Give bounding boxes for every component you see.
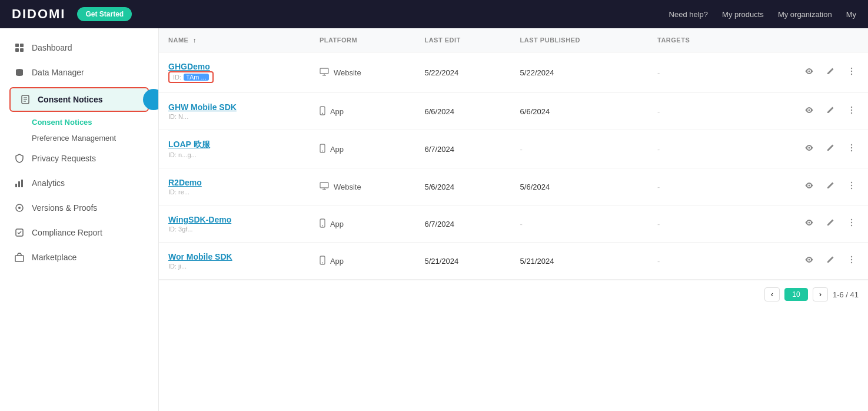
edit-button[interactable] bbox=[823, 178, 837, 195]
svg-point-23 bbox=[851, 71, 852, 72]
platform-label: Website bbox=[334, 183, 361, 191]
svg-rect-9 bbox=[15, 184, 17, 187]
more-options-button[interactable] bbox=[844, 253, 859, 269]
actions-cell bbox=[737, 206, 868, 243]
sidebar-sub-preference-management-label: Preference Management bbox=[32, 134, 116, 142]
col-name[interactable]: NAME ↑ bbox=[159, 28, 310, 52]
last-published-cell: - bbox=[511, 206, 648, 243]
sidebar-item-marketplace[interactable]: Marketplace bbox=[0, 245, 158, 270]
table-row: R2DemoID: re... Website5/6/20245/6/2024- bbox=[159, 168, 868, 206]
more-options-button[interactable] bbox=[844, 216, 859, 232]
notice-id: ID: n...g... bbox=[168, 151, 301, 158]
edit-button[interactable] bbox=[823, 253, 837, 269]
sidebar-sub-preference-management[interactable]: Preference Management bbox=[0, 130, 158, 146]
logo-area: DIDOMI Get Started bbox=[12, 6, 132, 22]
more-options-button[interactable] bbox=[844, 141, 859, 157]
name-cell: WingSDK-DemoID: 3gf... bbox=[159, 206, 310, 243]
platform-label: Website bbox=[334, 68, 361, 77]
sidebar-item-privacy-requests[interactable]: Privacy Requests bbox=[0, 146, 158, 171]
svg-rect-1 bbox=[20, 44, 24, 47]
sidebar-item-versions[interactable]: Versions & Proofs bbox=[0, 195, 158, 220]
svg-rect-18 bbox=[320, 68, 328, 74]
notice-name-link[interactable]: LOAP 欧服 bbox=[168, 140, 301, 150]
view-button[interactable] bbox=[802, 64, 816, 81]
sidebar-dashboard-label: Dashboard bbox=[32, 43, 72, 52]
last-published-cell: 5/22/2024 bbox=[511, 52, 648, 93]
svg-point-36 bbox=[851, 150, 852, 151]
svg-point-30 bbox=[851, 112, 852, 114]
col-last-published-label: LAST PUBLISHED bbox=[520, 37, 580, 44]
view-button[interactable] bbox=[802, 216, 816, 232]
sidebar-analytics-label: Analytics bbox=[32, 178, 65, 188]
sidebar-item-compliance[interactable]: Compliance Report bbox=[0, 220, 158, 245]
svg-point-53 bbox=[851, 256, 852, 257]
col-last-published: LAST PUBLISHED bbox=[511, 28, 648, 52]
svg-point-29 bbox=[851, 110, 852, 111]
sidebar-item-analytics[interactable]: Analytics bbox=[0, 171, 158, 195]
sidebar-item-data-manager[interactable]: Data Manager bbox=[0, 60, 158, 85]
more-options-button[interactable] bbox=[844, 64, 859, 81]
topnav-links: Need help? My products My organization M… bbox=[669, 10, 856, 19]
targets-cell: - bbox=[648, 130, 737, 168]
platform-label: App bbox=[330, 220, 344, 228]
page-info: 1-6 / 41 bbox=[833, 290, 859, 299]
edit-button[interactable] bbox=[823, 141, 837, 157]
my-organization-link[interactable]: My organization bbox=[778, 10, 832, 19]
my-account-link[interactable]: My bbox=[846, 10, 856, 19]
col-platform: PLATFORM bbox=[310, 28, 415, 52]
svg-point-47 bbox=[851, 219, 852, 220]
svg-point-13 bbox=[18, 207, 21, 209]
logo-text: DIDOMI bbox=[12, 6, 65, 22]
platform-cell: Website bbox=[310, 168, 415, 206]
notice-name-link[interactable]: WingSDK-Demo bbox=[168, 215, 301, 224]
name-cell: Wor Mobile SDKID: ji... bbox=[159, 243, 310, 280]
name-cell: LOAP 欧服ID: n...g... bbox=[159, 130, 310, 168]
view-button[interactable] bbox=[802, 141, 816, 157]
view-button[interactable] bbox=[802, 253, 816, 269]
my-products-link[interactable]: My products bbox=[722, 10, 764, 19]
monitor-icon bbox=[320, 68, 329, 78]
sidebar-sub-consent-notices[interactable]: Consent Notices bbox=[0, 114, 158, 130]
mobile-icon bbox=[320, 218, 325, 230]
more-options-button[interactable] bbox=[844, 103, 859, 120]
col-last-edit: LAST EDIT bbox=[415, 28, 510, 52]
actions-cell bbox=[737, 130, 868, 168]
actions-cell bbox=[737, 93, 868, 130]
notice-name-link[interactable]: GHGDemo bbox=[168, 62, 301, 71]
svg-point-27 bbox=[809, 110, 810, 111]
page-input[interactable] bbox=[784, 288, 808, 301]
next-page-button[interactable]: › bbox=[813, 287, 828, 301]
platform-cell: Website bbox=[310, 52, 415, 93]
prev-page-button[interactable]: ‹ bbox=[764, 287, 780, 301]
notice-name-link[interactable]: GHW Mobile SDK bbox=[168, 102, 301, 112]
compliance-icon bbox=[14, 227, 25, 238]
monitor-icon bbox=[320, 182, 329, 192]
sidebar-item-dashboard[interactable]: Dashboard bbox=[0, 35, 158, 60]
more-options-button[interactable] bbox=[844, 178, 859, 195]
view-button[interactable] bbox=[802, 178, 816, 195]
edit-button[interactable] bbox=[823, 103, 837, 120]
notice-id: ID: TAm ... bbox=[168, 71, 301, 83]
actions-cell bbox=[737, 168, 868, 206]
sidebar-item-consent-notices[interactable]: Consent Notices bbox=[9, 87, 149, 112]
table-row: GHGDemoID: TAm ... Website5/22/20245/22/… bbox=[159, 52, 868, 93]
targets-cell: - bbox=[648, 52, 737, 93]
mobile-icon bbox=[320, 256, 325, 267]
platform-cell: App bbox=[310, 206, 415, 243]
get-started-button[interactable]: Get Started bbox=[77, 7, 132, 21]
sidebar-versions-label: Versions & Proofs bbox=[32, 203, 97, 213]
edit-button[interactable] bbox=[823, 64, 837, 81]
svg-rect-11 bbox=[21, 180, 23, 187]
col-actions bbox=[737, 28, 868, 52]
col-platform-label: PLATFORM bbox=[320, 37, 357, 44]
mobile-icon bbox=[320, 106, 325, 117]
notice-name-link[interactable]: R2Demo bbox=[168, 178, 301, 187]
svg-point-41 bbox=[851, 182, 852, 183]
svg-point-43 bbox=[851, 188, 852, 189]
sidebar-marketplace-label: Marketplace bbox=[32, 253, 77, 262]
notice-name-link[interactable]: Wor Mobile SDK bbox=[168, 252, 301, 261]
svg-rect-17 bbox=[15, 256, 24, 261]
view-button[interactable] bbox=[802, 103, 816, 120]
edit-button[interactable] bbox=[823, 216, 837, 232]
need-help-link[interactable]: Need help? bbox=[669, 10, 709, 19]
